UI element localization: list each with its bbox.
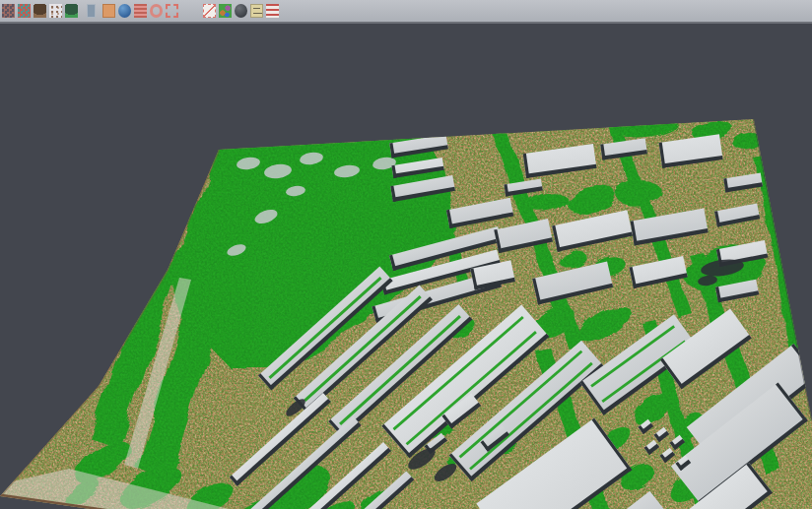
viewport-3d[interactable] [0, 24, 812, 509]
selection-brackets-icon[interactable] [166, 4, 178, 18]
application-window [0, 0, 812, 509]
terrain-hill-icon[interactable] [34, 4, 46, 18]
crop-slice-icon[interactable] [203, 4, 216, 18]
toolbar [0, 0, 812, 24]
classification-map-icon[interactable] [219, 4, 232, 18]
remove-flag-icon[interactable] [266, 4, 279, 18]
terrain-mesh [0, 102, 812, 509]
layers-stripes-icon[interactable] [134, 4, 147, 18]
ortho-tile-icon[interactable] [102, 4, 115, 18]
dark-sphere-icon[interactable] [235, 4, 247, 18]
report-icon[interactable] [250, 4, 263, 18]
pointcloud-3d-scene[interactable] [0, 24, 812, 509]
globe-icon[interactable] [118, 4, 131, 18]
vegetation-hill-icon[interactable] [65, 4, 78, 18]
target-ring-icon[interactable] [150, 4, 163, 18]
multiclass-pixels-icon[interactable] [18, 4, 31, 18]
classify-pixels-icon[interactable] [2, 4, 15, 18]
column-icon[interactable] [87, 4, 96, 18]
ground-points-icon[interactable] [49, 4, 62, 18]
